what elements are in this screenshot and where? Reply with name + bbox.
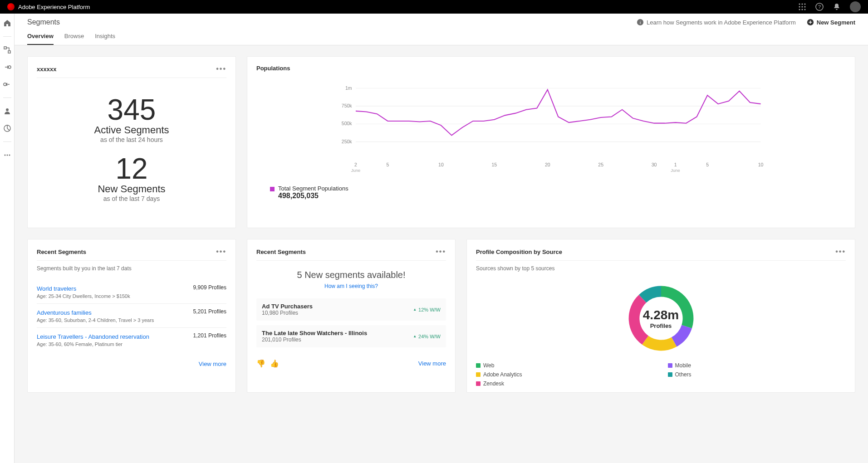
page-title: Segments [27,18,60,26]
svg-point-8 [804,9,806,10]
more-icon[interactable] [3,151,11,159]
svg-text:2: 2 [354,162,357,167]
donut-legend-item: Others [668,371,846,378]
thumbs-up-icon[interactable]: 👍 [270,359,279,368]
composition-subtitle: Sources shown by top 5 sources [476,265,846,272]
available-segment-profiles: 10,980 Profiles [262,310,313,316]
svg-point-15 [6,108,9,111]
available-segment-profiles: 201,010 Profiles [262,336,367,343]
tab-overview[interactable]: Overview [27,30,54,45]
active-segments-label: Active Segments [37,124,226,136]
svg-point-7 [802,9,803,10]
donut-legend-item: Mobile [668,362,846,369]
left-rail [0,14,15,463]
svg-rect-11 [4,47,6,49]
svg-text:June: June [671,168,680,173]
segment-desc: Age: 35-60, 60% Female, Platinum tier [37,341,149,347]
bell-icon[interactable] [833,3,841,11]
svg-point-17 [4,155,5,156]
svg-text:5: 5 [387,162,389,167]
svg-text:1: 1 [674,162,677,167]
tab-insights[interactable]: Insights [95,30,115,45]
svg-rect-12 [8,51,10,53]
available-segment-item[interactable]: Ad TV Purchasers 10,980 Profiles 12% W/W [256,298,446,321]
data-in-icon[interactable] [3,63,11,71]
segment-link[interactable]: Leisure Travellers - Abandoned reservati… [37,333,149,340]
legend-swatch [270,187,275,191]
svg-text:25: 25 [598,162,603,167]
thumbs-down-icon[interactable]: 👎 [256,359,265,368]
app-title: Adobe Experience Platform [18,4,90,10]
tabs: Overview Browse Insights [27,30,855,45]
card-more-button[interactable]: ••• [216,65,226,73]
segment-count: 9,909 Profiles [193,284,226,291]
user-avatar[interactable] [850,1,861,12]
plus-circle-icon [807,19,814,26]
recent-segments-title: Recent Segments [37,249,86,255]
data-out-icon[interactable] [3,80,11,88]
available-segment-name: Ad TV Purchasers [262,303,313,310]
new-segments-label: New Segments [37,183,226,195]
profile-icon[interactable] [3,107,11,115]
new-segments-count: 12 [37,154,226,183]
metrics-card: xxxxxx ••• 345 Active Segments as of the… [27,56,236,228]
available-segment-delta: 24% W/W [413,334,441,339]
segment-list-item: World travelers Age: 25-34 City Dwellers… [37,280,226,303]
svg-point-0 [799,4,800,5]
svg-text:30: 30 [652,162,657,167]
donut-legend-item: Adobe Analytics [476,371,654,378]
card-more-button[interactable]: ••• [835,248,846,256]
donut-center-value: 4.28m [643,308,679,322]
svg-point-4 [802,6,803,8]
active-segments-sub: as of the last 24 hours [37,136,226,143]
svg-point-18 [6,155,8,156]
segment-list-item: Leisure Travellers - Abandoned reservati… [37,327,226,351]
segment-nav-icon[interactable] [3,124,11,132]
adobe-logo-icon [7,3,15,10]
how-seeing-link[interactable]: How am I seeing this? [256,283,446,289]
workflow-icon[interactable] [3,46,11,54]
populations-card: Populations 250k500k750k1m25101520253015… [247,56,855,228]
segment-link[interactable]: World travelers [37,285,76,292]
metrics-card-title: xxxxxx [37,66,56,73]
segment-desc: Age: 35-60, Suburban, 2-4 Children, Trav… [37,317,154,323]
populations-title: Populations [256,65,290,72]
donut-legend-item: Web [476,362,654,369]
available-segment-delta: 12% W/W [413,307,441,312]
learn-link[interactable]: i Learn how Segments work in Adobe Exper… [637,19,796,26]
svg-text:?: ? [818,4,821,10]
donut-legend-item: Zendesk [476,380,654,387]
view-more-link[interactable]: View more [418,360,446,367]
svg-point-19 [9,155,10,156]
svg-point-2 [804,4,806,5]
svg-text:5: 5 [706,162,709,167]
help-icon[interactable]: ? [815,3,824,11]
svg-text:1m: 1m [345,85,352,91]
new-segments-sub: as of the last 7 days [37,195,226,202]
available-headline: 5 New segments available! [256,270,446,280]
segment-count: 1,201 Profiles [193,332,226,339]
page-header: Segments i Learn how Segments work in Ad… [15,14,868,45]
home-icon[interactable] [3,19,11,27]
card-more-button[interactable]: ••• [216,248,226,256]
top-bar: Adobe Experience Platform ? [0,0,868,14]
view-more-link[interactable]: View more [37,361,226,367]
apps-grid-icon[interactable] [798,3,806,11]
recent-segments-subtitle: Segments built by you in the last 7 dats [37,265,226,272]
new-segment-button[interactable]: New Segment [807,19,855,26]
info-icon: i [637,19,644,26]
svg-text:20: 20 [545,162,550,167]
composition-title: Profile Composition by Source [476,249,562,255]
tab-browse[interactable]: Browse [64,30,84,45]
svg-text:June: June [351,168,360,173]
available-segments-title: Recent Segments [256,249,306,255]
segment-link[interactable]: Adventurous families [37,309,92,316]
card-more-button[interactable]: ••• [436,248,446,256]
available-segments-card: Recent Segments ••• 5 New segments avail… [247,239,456,393]
available-segment-item[interactable]: The Late late Show Watchers - Illinois 2… [256,325,446,347]
donut-center-label: Profiles [643,322,679,329]
active-segments-count: 345 [37,95,226,124]
composition-card: Profile Composition by Source ••• Source… [466,239,855,393]
svg-text:15: 15 [491,162,497,167]
segment-desc: Age: 25-34 City Dwellers, Income > $150k [37,293,130,299]
